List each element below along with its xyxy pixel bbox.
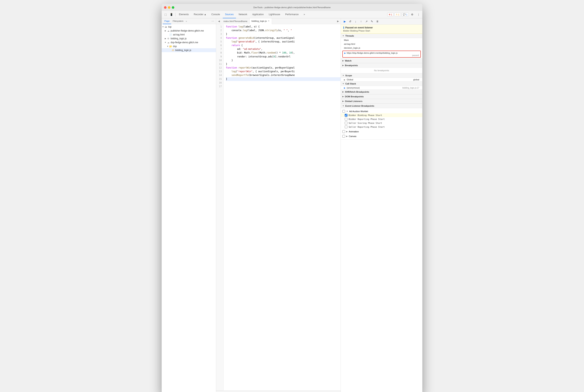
- close-tab-icon[interactable]: ✕: [267, 20, 270, 22]
- scope-section-header[interactable]: ▼ Scope: [341, 74, 422, 78]
- tab-recorder[interactable]: Recorder ▲: [191, 11, 209, 18]
- step-button[interactable]: ↗: [364, 19, 369, 24]
- editor-tab-nav-left[interactable]: ◀: [216, 18, 222, 24]
- bp-bidder-bidding-start[interactable]: Bidder Bidding Phase Start: [341, 113, 422, 117]
- tree-item-top[interactable]: ▼ 🗂 top: [162, 25, 216, 29]
- tree-item-bidding-js[interactable]: ▶ JS bidding_logic.js: [162, 48, 216, 52]
- dom-breakpoints-header[interactable]: ▶ DOM Breakpoints: [341, 94, 422, 99]
- code-editor[interactable]: 1 2 3 4 5 6 7 8 9 10 11 12 13 14 15 16 1: [216, 24, 341, 390]
- tab-filesystem[interactable]: Filesystem: [171, 18, 185, 24]
- step-over-button[interactable]: ↺: [348, 19, 353, 24]
- device-emulation-button[interactable]: 📱: [169, 12, 174, 17]
- editor-tab-bidding[interactable]: bidding_logic.js ✕: [250, 18, 272, 24]
- call-stack-section: ▼ Call Stack ▶ (anonymous) bidding_logic…: [341, 82, 422, 90]
- thread-decision[interactable]: decision_logic.js: [341, 46, 422, 50]
- tab-page[interactable]: Page: [163, 18, 171, 24]
- thread-highlighted[interactable]: ▶ https://dsp-fledge-demo.glitch.me/dsp/…: [342, 50, 421, 58]
- bp-seller-scoring-start[interactable]: Seller Scoring Phase Start: [341, 121, 422, 125]
- step-into-button[interactable]: ↓: [353, 19, 358, 24]
- thread-adtag[interactable]: ad-tag.html: [341, 42, 422, 46]
- warn-badge[interactable]: ⚠ 1: [394, 13, 401, 16]
- event-listener-breakpoints-header[interactable]: ▼ Event Listener Breakpoints: [341, 104, 422, 108]
- bp-group-animation-label: Animation: [349, 130, 359, 133]
- elb-content: ▼ Ad Auction Worklet Bidder Bidding Phas…: [341, 108, 422, 139]
- resume-button[interactable]: ▶: [342, 19, 347, 24]
- editor-tab-more[interactable]: ▶: [335, 18, 341, 24]
- tree-item-adtag[interactable]: ▶ 📄 ad-tag.html: [162, 33, 216, 36]
- threads-section-header[interactable]: ▼ Threads: [341, 34, 422, 38]
- scope-global-item[interactable]: ▶ Global global: [341, 78, 422, 81]
- bp-bidder-reporting-start[interactable]: Bidder Reporting Phase Start: [341, 117, 422, 121]
- bp-bidder-bidding-start-checkbox[interactable]: [345, 114, 347, 116]
- callstack-item-anon[interactable]: ▶ (anonymous) bidding_logic.js:17: [341, 86, 422, 90]
- breakpoints-label: Breakpoints: [345, 64, 358, 66]
- bp-group-animation-checkbox[interactable]: [342, 130, 345, 133]
- step-out-button[interactable]: ↑: [359, 19, 363, 24]
- call-stack-section-header[interactable]: ▼ Call Stack: [341, 82, 422, 86]
- tree-label-adtag: ad-tag.html: [173, 33, 185, 36]
- tree-item-publisher[interactable]: ▶ ☁ publisher-fledge-demo.glitch.me: [162, 29, 216, 33]
- bp-bidder-bidding-start-label: Bidder Bidding Phase Start: [349, 114, 382, 116]
- maximize-button[interactable]: [172, 6, 174, 9]
- bp-group-animation-header[interactable]: ▶ Animation: [341, 130, 422, 134]
- watch-section-header[interactable]: ▶ Watch: [341, 58, 422, 63]
- panel-tab-more[interactable]: »: [186, 20, 187, 22]
- global-listeners-section: ▶ Global Listeners: [341, 99, 422, 104]
- thread-adtag-label: ad-tag.html: [344, 43, 355, 45]
- global-listeners-header[interactable]: ▶ Global Listeners: [341, 99, 422, 104]
- chevron-down-icon-scope: ▼: [342, 74, 344, 76]
- folder-icon: 🗂: [164, 25, 167, 28]
- tab-sources[interactable]: Sources: [223, 11, 236, 18]
- bp-seller-reporting-start-checkbox[interactable]: [345, 126, 347, 128]
- event-listener-breakpoints-label: Event Listener Breakpoints: [345, 105, 374, 107]
- tab-elements[interactable]: Elements: [177, 11, 191, 18]
- bp-group-canvas-header[interactable]: ▶ Canvas: [341, 134, 422, 138]
- editor-tab-bidding-label: bidding_logic.js: [252, 20, 267, 22]
- warn-icon: ⚠: [396, 13, 398, 16]
- deactivate-breakpoints-button[interactable]: ✎: [370, 19, 374, 24]
- paused-title-text: Paused on event listener: [345, 26, 373, 29]
- minimize-button[interactable]: [168, 6, 170, 9]
- code-line-12: }: [226, 62, 341, 66]
- error-count: 1: [391, 14, 392, 16]
- tab-network[interactable]: Network: [236, 11, 250, 18]
- editor-tab-index[interactable]: index.html?fencedframe: [222, 18, 250, 24]
- bp-group-ad-auction-header[interactable]: ▼ Ad Auction Worklet: [341, 110, 422, 113]
- info-badge[interactable]: 💬 1: [402, 13, 409, 16]
- pause-on-exceptions-button[interactable]: ⏸: [375, 19, 380, 24]
- tree-label-top: top: [168, 26, 172, 28]
- cloud-icon: ☁: [167, 29, 170, 32]
- error-badge[interactable]: ⊗ 1: [387, 13, 394, 16]
- panel-left-tabs: Page Filesystem » ⋯: [162, 18, 216, 24]
- bp-group-canvas: ▶ Canvas: [341, 134, 422, 138]
- breakpoints-section-header[interactable]: ▶ Breakpoints: [341, 63, 422, 68]
- tree-item-dsp-host[interactable]: ▼ ☁ dsp-fledge-demo.glitch.me: [162, 40, 216, 44]
- xhr-breakpoints-header[interactable]: ▶ XHR/fetch Breakpoints: [341, 90, 422, 94]
- tree-label-bidding-gear: bidding_logic.js: [171, 37, 187, 40]
- paused-subtitle: Bidder Bidding Phase Start: [343, 30, 420, 32]
- tab-application[interactable]: Application: [250, 11, 266, 18]
- dom-breakpoints-label: DOM Breakpoints: [345, 95, 364, 98]
- tab-console[interactable]: Console: [209, 11, 222, 18]
- cursor-tool-button[interactable]: ⬚: [163, 12, 168, 17]
- tree-item-bidding-gear[interactable]: ▶ ⚙ bidding_logic.js: [162, 36, 216, 40]
- chevron-right-icon-animation: ▶: [346, 130, 348, 132]
- bp-group-canvas-checkbox[interactable]: [342, 135, 345, 138]
- bp-seller-reporting-start[interactable]: Seller Reporting Phase Start: [341, 125, 422, 129]
- bp-group-ad-auction-checkbox[interactable]: [342, 110, 345, 113]
- thread-main[interactable]: Main: [341, 38, 422, 42]
- tree-item-dsp-folder[interactable]: ▼ 📁 dsp: [162, 44, 216, 48]
- bp-bidder-reporting-start-checkbox[interactable]: [345, 118, 347, 120]
- tab-performance[interactable]: Performance: [283, 11, 301, 18]
- no-breakpoints-text: No breakpoints: [341, 68, 422, 73]
- tab-lighthouse[interactable]: Lighthouse: [266, 11, 282, 18]
- bp-seller-scoring-start-checkbox[interactable]: [345, 122, 347, 124]
- tab-more[interactable]: »: [301, 11, 307, 18]
- more-button[interactable]: ⋮: [416, 12, 421, 17]
- file-icon: 📄: [169, 33, 172, 36]
- chevron-right-icon-canvas: ▶: [346, 135, 348, 137]
- breakpoints-section: ▶ Breakpoints No breakpoints: [341, 63, 422, 74]
- panel-actions-more[interactable]: ⋯: [211, 19, 215, 23]
- settings-button[interactable]: ⚙: [410, 12, 415, 17]
- close-button[interactable]: [164, 6, 166, 9]
